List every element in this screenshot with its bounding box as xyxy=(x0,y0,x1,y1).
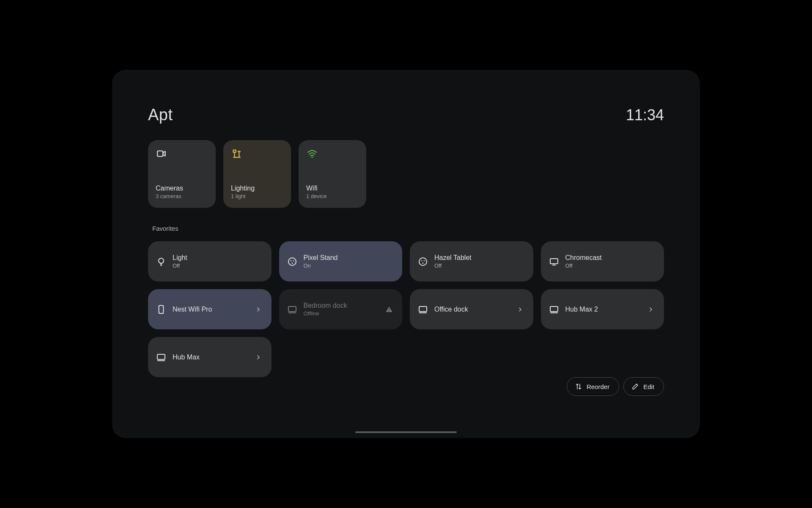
bulb-icon xyxy=(156,256,167,267)
display-icon xyxy=(549,304,560,315)
category-sub: 3 cameras xyxy=(156,193,208,199)
favorite-name: Bedroom dock xyxy=(304,302,380,309)
favorite-text: Office dock xyxy=(434,306,510,313)
favorite-text: LightOff xyxy=(173,254,262,269)
favorite-name: Hazel Tablet xyxy=(434,254,524,262)
favorite-status: Off xyxy=(565,262,655,269)
bottom-actions: Reorder Edit xyxy=(567,377,664,396)
favorite-name: Hub Max xyxy=(173,353,249,361)
favorite-tile[interactable]: Hub Max 2 xyxy=(541,289,664,329)
category-row: Cameras 3 cameras Lighting 1 light Wifi … xyxy=(148,140,664,208)
favorite-tile[interactable]: ChromecastOff xyxy=(541,241,664,282)
tv-icon xyxy=(549,256,560,267)
favorite-text: Hazel TabletOff xyxy=(434,254,524,269)
reorder-button[interactable]: Reorder xyxy=(567,377,619,396)
category-label: Cameras xyxy=(156,185,208,192)
clock: 11:34 xyxy=(626,106,664,124)
favorite-status: Offline xyxy=(304,310,380,317)
display-icon xyxy=(417,304,428,315)
favorite-status: Off xyxy=(434,262,524,269)
chevron-right-icon xyxy=(516,306,524,313)
outlet-icon xyxy=(417,256,428,267)
display-icon xyxy=(156,352,167,363)
category-wifi[interactable]: Wifi 1 device xyxy=(299,140,366,208)
edit-icon xyxy=(631,383,639,390)
wifi-icon xyxy=(306,148,318,160)
reorder-icon xyxy=(575,383,582,390)
favorite-text: Hub Max xyxy=(173,353,249,361)
header: Apt 11:34 xyxy=(148,106,664,124)
favorite-tile[interactable]: Nest Wifi Pro xyxy=(148,289,272,329)
outlet-icon xyxy=(287,256,298,267)
category-sub: 1 device xyxy=(306,193,359,199)
display-icon xyxy=(287,304,298,315)
nav-handle[interactable] xyxy=(355,431,457,433)
edit-button[interactable]: Edit xyxy=(623,377,664,396)
favorites-label: Favorites xyxy=(152,225,664,232)
favorite-status: On xyxy=(304,262,393,269)
favorite-tile[interactable]: Hazel TabletOff xyxy=(410,241,533,282)
favorite-status: Off xyxy=(173,262,262,269)
category-cameras[interactable]: Cameras 3 cameras xyxy=(148,140,216,208)
camera-icon xyxy=(156,148,167,160)
favorites-grid: LightOffPixel StandOnHazel TabletOffChro… xyxy=(148,241,664,377)
chevron-right-icon xyxy=(255,306,262,313)
favorite-tile[interactable]: Hub Max xyxy=(148,337,272,377)
favorite-tile[interactable]: Office dock xyxy=(410,289,533,329)
category-label: Lighting xyxy=(231,185,283,192)
favorite-tile[interactable]: LightOff xyxy=(148,241,272,282)
edit-label: Edit xyxy=(643,383,654,390)
favorite-text: Pixel StandOn xyxy=(304,254,393,269)
home-screen: Apt 11:34 Cameras 3 cameras Lighting 1 l… xyxy=(112,70,700,438)
router-icon xyxy=(156,304,167,315)
favorite-name: Pixel Stand xyxy=(304,254,393,262)
favorite-text: Nest Wifi Pro xyxy=(173,306,249,313)
favorite-text: ChromecastOff xyxy=(565,254,655,269)
favorite-name: Hub Max 2 xyxy=(565,306,642,313)
chevron-right-icon xyxy=(255,353,262,361)
favorite-tile[interactable]: Pixel StandOn xyxy=(279,241,403,282)
chevron-right-icon xyxy=(647,306,655,313)
category-sub: 1 light xyxy=(231,193,283,199)
reorder-label: Reorder xyxy=(587,383,609,390)
favorite-name: Light xyxy=(173,254,262,262)
favorite-name: Nest Wifi Pro xyxy=(173,306,249,313)
home-title: Apt xyxy=(148,106,173,124)
warning-icon xyxy=(385,306,393,313)
category-lighting[interactable]: Lighting 1 light xyxy=(223,140,291,208)
favorite-tile[interactable]: Bedroom dockOffline xyxy=(279,289,403,329)
category-label: Wifi xyxy=(306,185,359,192)
favorite-text: Hub Max 2 xyxy=(565,306,642,313)
favorite-name: Chromecast xyxy=(565,254,655,262)
favorite-text: Bedroom dockOffline xyxy=(304,302,380,317)
lighting-icon xyxy=(231,148,243,160)
favorite-name: Office dock xyxy=(434,306,510,313)
